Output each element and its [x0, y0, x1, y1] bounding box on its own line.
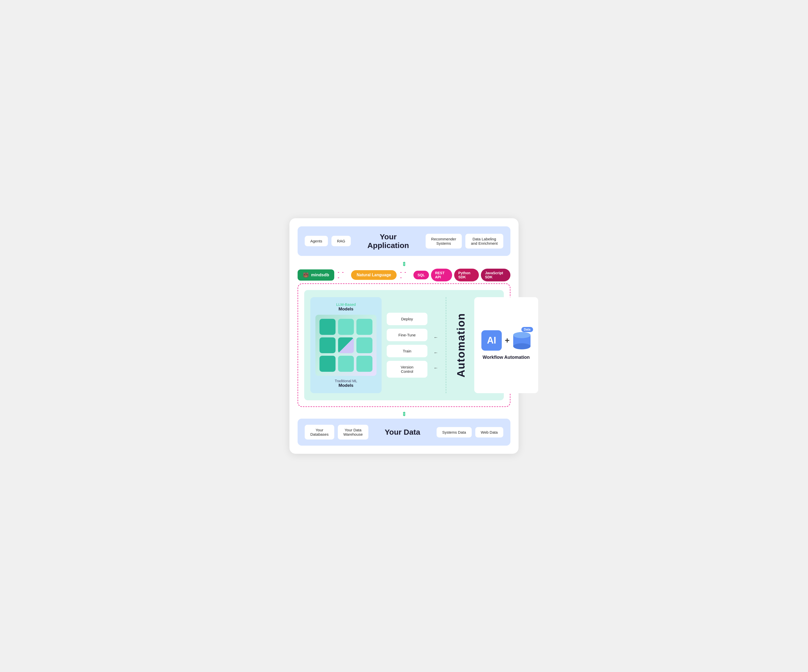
- web-data-box: Web Data: [475, 427, 503, 438]
- arrow-version: ←: [434, 360, 438, 376]
- fine-tune-box: Fine-Tune: [387, 329, 427, 341]
- svg-point-2: [513, 343, 531, 349]
- mindsdb-badge: 🐻 mindsdb: [297, 269, 334, 281]
- agents-box: Agents: [305, 236, 328, 246]
- systems-data-box: Systems Data: [437, 427, 471, 438]
- model-tile-1: [319, 319, 336, 335]
- natural-language-badge: Natural Language: [351, 270, 397, 280]
- bottom-arrow: ⇕: [297, 411, 511, 418]
- model-tile-9: [356, 356, 372, 372]
- bottom-section: YourDatabases Your DataWarehouse Your Da…: [297, 419, 511, 446]
- recommender-box: RecommenderSystems: [426, 234, 462, 249]
- llm-label: LLM-Based Models: [316, 302, 377, 312]
- train-box: Train: [387, 345, 427, 357]
- sql-badge: SQL: [413, 271, 429, 279]
- vertical-separator: [446, 297, 446, 393]
- arrow-train: ←: [434, 345, 438, 360]
- ops-panel: Deploy Fine-Tune Train VersionControl: [387, 297, 427, 393]
- bottom-section-right: Systems Data Web Data: [437, 427, 503, 438]
- trad-label: Traditional ML Models: [316, 379, 377, 388]
- model-tile-8: [338, 356, 354, 372]
- llm-bold: Models: [316, 307, 377, 312]
- rest-api-badge: REST API: [431, 269, 452, 281]
- rag-box: RAG: [331, 236, 351, 246]
- top-section: Agents RAG YourYour ApplicationApplicati…: [297, 226, 511, 256]
- data-icon: Data: [513, 331, 531, 349]
- version-control-box: VersionControl: [387, 361, 427, 378]
- data-badge: Data: [521, 327, 533, 332]
- inner-content: LLM-Based Models Traditional ML Mod: [304, 290, 504, 400]
- model-tile-2: [338, 319, 354, 335]
- mindsdb-label: mindsdb: [311, 272, 329, 277]
- top-arrow: ⇕: [297, 261, 511, 267]
- application-title: YourYour ApplicationApplication: [355, 232, 421, 250]
- deploy-box: Deploy: [387, 313, 427, 325]
- workflow-panel: AI + Data Workflow Automation: [474, 297, 538, 393]
- ai-data-row: AI + Data: [481, 330, 531, 351]
- mindsdb-row: 🐻 mindsdb - - - Natural Language - - - S…: [297, 269, 511, 281]
- js-sdk-badge: JavaScript SDK: [481, 269, 511, 281]
- trad-bold: Models: [316, 383, 377, 388]
- plus-sign: +: [505, 336, 510, 345]
- top-section-left: Agents RAG: [305, 236, 351, 246]
- automation-label: Automation: [453, 313, 469, 378]
- model-grid: [316, 315, 377, 376]
- data-cylinder-svg: [513, 331, 531, 349]
- your-data-title: Your Data: [372, 428, 432, 436]
- model-tile-7: [319, 356, 336, 372]
- databases-box: YourDatabases: [305, 425, 334, 440]
- arrow-fine-tune: ←: [434, 330, 438, 345]
- model-tile-3: [356, 319, 372, 335]
- svg-point-3: [513, 332, 531, 338]
- models-panel: LLM-Based Models Traditional ML Mod: [311, 297, 382, 393]
- model-tile-6: [356, 338, 372, 353]
- python-sdk-badge: Python SDK: [454, 269, 479, 281]
- dot-connector-left: - - -: [338, 270, 347, 280]
- sdk-badges: SQL REST API Python SDK JavaScript SDK: [413, 269, 511, 281]
- model-tile-4: [319, 338, 336, 353]
- bottom-section-left: YourDatabases Your DataWarehouse: [305, 425, 368, 440]
- data-warehouse-box: Your DataWarehouse: [338, 425, 368, 440]
- main-dashed-section: LLM-Based Models Traditional ML Mod: [297, 283, 511, 407]
- top-section-right: RecommenderSystems Data Labelingand Enri…: [426, 234, 503, 249]
- ai-box: AI: [481, 330, 502, 351]
- data-labeling-box: Data Labelingand Enrichment: [465, 234, 503, 249]
- ai-label: AI: [487, 335, 496, 346]
- workflow-title: Workflow Automation: [482, 355, 530, 360]
- bear-icon: 🐻: [303, 272, 309, 278]
- dot-connector-right: - - -: [400, 270, 410, 280]
- ops-arrows: ← ← ←: [432, 297, 439, 393]
- model-tile-5: [338, 338, 354, 353]
- diagram-wrapper: Agents RAG YourYour ApplicationApplicati…: [289, 218, 519, 454]
